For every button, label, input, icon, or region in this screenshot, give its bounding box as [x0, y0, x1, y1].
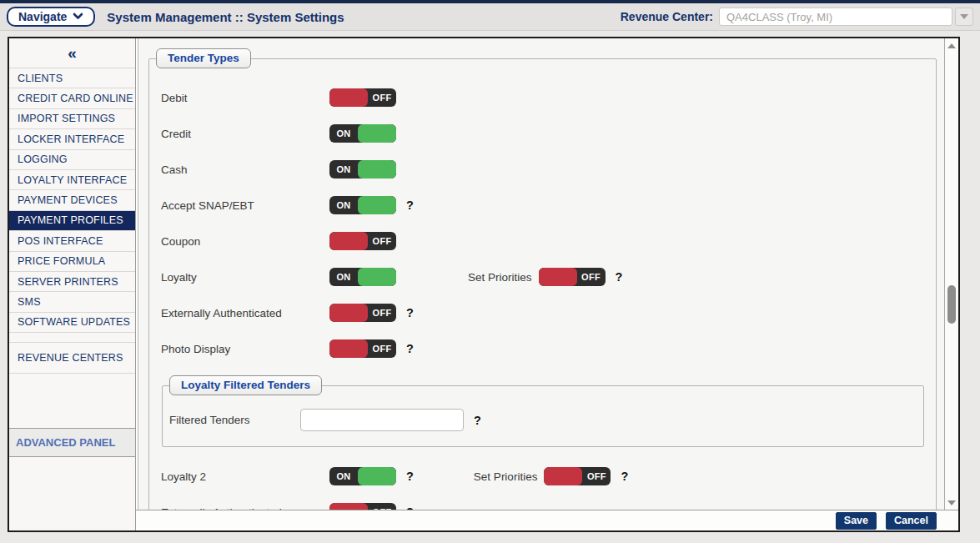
- externally-authenticated-toggle[interactable]: OFF: [329, 304, 396, 322]
- filtered-tenders-input[interactable]: [300, 409, 464, 431]
- credit-toggle[interactable]: ON: [329, 124, 396, 143]
- toggle-knob: [358, 467, 396, 485]
- setting-row-loyalty-2: Loyalty 2 ON ? Set Priorities OFF ?: [161, 467, 929, 485]
- set-priorities-label-2: Set Priorities: [474, 470, 538, 483]
- help-icon[interactable]: ?: [406, 306, 414, 319]
- collapse-icon: «: [68, 44, 77, 63]
- sidebar-item-payment-devices[interactable]: PAYMENT DEVICES: [9, 190, 135, 210]
- toggle-knob: [329, 232, 368, 250]
- sidebar-item-loyalty-interface[interactable]: LOYALTY INTERFACE: [9, 170, 135, 190]
- toggle-state-text: OFF: [577, 268, 606, 286]
- setting-row-externally-authenticated-2: Externally Authenticated OFF ?: [161, 503, 929, 510]
- help-icon[interactable]: ?: [406, 470, 414, 483]
- chevron-down-icon: [73, 13, 83, 20]
- sidebar-item-payment-profiles[interactable]: PAYMENT PROFILES: [9, 211, 135, 231]
- sidebar-item-clients[interactable]: CLIENTS: [9, 68, 135, 88]
- page-title: System Management :: System Settings: [107, 10, 344, 24]
- help-icon[interactable]: ?: [616, 270, 623, 284]
- loyalty-filtered-tenders-fieldset: Loyalty Filtered Tenders Filtered Tender…: [162, 375, 924, 447]
- toggle-state-text: OFF: [368, 88, 396, 107]
- setting-row-cash: Cash ON: [161, 160, 929, 178]
- revenue-center-group: Revenue Center: QA4CLASS (Troy, MI): [621, 8, 973, 26]
- accept-snap-ebt-toggle[interactable]: ON: [329, 196, 396, 214]
- setting-row-externally-authenticated: Externally Authenticated OFF ?: [161, 304, 929, 322]
- sidebar-item-sms[interactable]: SMS: [9, 292, 135, 312]
- navigate-button[interactable]: Navigate: [7, 7, 95, 27]
- tender-types-fieldset: Tender Types Debit OFF Credit ON Cash ON: [148, 48, 937, 510]
- help-icon[interactable]: ?: [621, 470, 628, 483]
- action-footer: Save Cancel: [136, 510, 958, 530]
- loyalty-toggle[interactable]: ON: [329, 268, 396, 286]
- credit-label: Credit: [161, 128, 329, 140]
- toggle-knob: [358, 124, 396, 143]
- vertical-scrollbar[interactable]: [944, 38, 958, 510]
- set-priorities-group: Set Priorities OFF ?: [468, 268, 622, 286]
- filtered-tenders-label: Filtered Tenders: [169, 414, 300, 426]
- loyalty-2-toggle[interactable]: ON: [329, 467, 396, 485]
- loyalty-label: Loyalty: [161, 271, 329, 284]
- sidebar-item-credit-card-online[interactable]: CREDIT CARD ONLINE: [9, 88, 135, 108]
- toggle-knob: [329, 304, 368, 322]
- setting-row-loyalty: Loyalty ON Set Priorities OFF ?: [161, 268, 929, 286]
- sidebar-item-import-settings[interactable]: IMPORT SETTINGS: [9, 109, 135, 129]
- toggle-knob: [544, 467, 582, 485]
- revenue-center-label: Revenue Center:: [621, 10, 713, 23]
- loyalty-2-label: Loyalty 2: [161, 470, 329, 483]
- cancel-button[interactable]: Cancel: [886, 512, 937, 530]
- help-icon[interactable]: ?: [474, 414, 481, 427]
- help-icon[interactable]: ?: [406, 199, 414, 212]
- tender-types-legend: Tender Types: [156, 48, 251, 68]
- sidebar-spacer: [9, 374, 135, 428]
- cash-toggle[interactable]: ON: [329, 160, 396, 178]
- toggle-knob: [329, 339, 368, 358]
- toggle-state-text: OFF: [368, 339, 396, 358]
- setting-row-photo-display: Photo Display OFF ?: [161, 339, 929, 358]
- accept-snap-ebt-label: Accept SNAP/EBT: [161, 199, 329, 212]
- toggle-state-text: ON: [329, 160, 358, 178]
- toggle-state-text: OFF: [582, 467, 611, 485]
- sidebar-separator: [9, 333, 135, 343]
- toggle-knob: [358, 268, 396, 286]
- save-button[interactable]: Save: [836, 512, 877, 530]
- sidebar-item-software-updates[interactable]: SOFTWARE UPDATES: [9, 313, 135, 333]
- sidebar: « CLIENTS CREDIT CARD ONLINE IMPORT SETT…: [9, 38, 136, 530]
- scroll-down-arrow-icon[interactable]: [947, 500, 956, 505]
- scroll-up-arrow-icon[interactable]: [947, 43, 956, 48]
- loyalty-set-priorities-toggle[interactable]: OFF: [539, 268, 606, 286]
- revenue-center-dropdown-button[interactable]: [955, 8, 973, 26]
- toggle-knob: [358, 196, 396, 214]
- app-frame: « CLIENTS CREDIT CARD ONLINE IMPORT SETT…: [8, 37, 960, 532]
- sidebar-item-locker-interface[interactable]: LOCKER INTERFACE: [9, 129, 135, 149]
- photo-display-toggle[interactable]: OFF: [329, 339, 396, 358]
- debit-toggle[interactable]: OFF: [329, 88, 396, 107]
- sidebar-item-pos-interface[interactable]: POS INTERFACE: [9, 231, 135, 251]
- toggle-state-text: ON: [329, 467, 358, 485]
- toggle-state-text: ON: [329, 268, 358, 286]
- toggle-state-text: ON: [329, 196, 358, 214]
- setting-row-credit: Credit ON: [161, 124, 929, 143]
- loyalty-2-set-priorities-toggle[interactable]: OFF: [544, 467, 611, 485]
- toggle-state-text: OFF: [368, 503, 396, 510]
- set-priorities-group-2: Set Priorities OFF ?: [474, 467, 628, 485]
- scrollbar-thumb[interactable]: [947, 285, 956, 324]
- advanced-panel-button[interactable]: ADVANCED PANEL: [9, 428, 135, 457]
- coupon-label: Coupon: [161, 235, 329, 248]
- sidebar-collapse-button[interactable]: «: [9, 38, 135, 68]
- setting-row-debit: Debit OFF: [161, 88, 929, 107]
- coupon-toggle[interactable]: OFF: [329, 232, 396, 250]
- set-priorities-label: Set Priorities: [468, 271, 532, 284]
- toggle-state-text: ON: [329, 124, 358, 143]
- sidebar-item-price-formula[interactable]: PRICE FORMULA: [9, 252, 135, 272]
- sidebar-item-server-printers[interactable]: SERVER PRINTERS: [9, 272, 135, 292]
- help-icon[interactable]: ?: [406, 505, 414, 510]
- toggle-knob: [358, 160, 396, 178]
- sidebar-item-logging[interactable]: LOGGING: [9, 150, 135, 170]
- setting-row-accept-snap-ebt: Accept SNAP/EBT ON ?: [161, 196, 929, 214]
- toggle-state-text: OFF: [368, 304, 396, 322]
- navigate-label: Navigate: [18, 10, 67, 23]
- help-icon[interactable]: ?: [406, 342, 414, 355]
- revenue-center-select[interactable]: QA4CLASS (Troy, MI): [719, 8, 952, 26]
- debit-label: Debit: [161, 92, 329, 104]
- sidebar-item-revenue-centers[interactable]: REVENUE CENTERS: [9, 343, 135, 374]
- externally-authenticated-2-toggle[interactable]: OFF: [329, 503, 396, 510]
